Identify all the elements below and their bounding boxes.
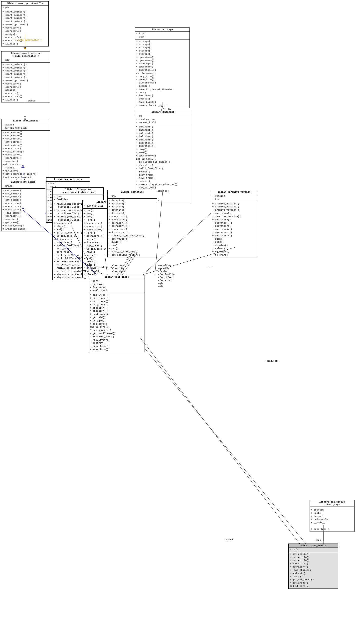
box-cat-etoile-bool-tags: libdar::cat_etoile::bool_tags + counted … (310, 500, 355, 532)
box-cat-etoile-bool-tags-methods: + counted + wrote + dumped + reduceable … (310, 508, 354, 532)
box-infinint: libdar::infinint - TG - used_endian - ze… (135, 110, 191, 203)
last-mod-label: -last_mod (112, 270, 124, 273)
etiquette-label: -etiquette (265, 360, 279, 362)
box-datetime-methods: + datetime() + datetime() + datetime() +… (108, 199, 157, 257)
box-cat-entree: libdar::cat_entree - xsaved - ENTREE_CRC… (1, 119, 50, 183)
box-cat-inode: libdar::cat_inode - perm - ea_saved - fs… (89, 275, 145, 352)
edit-label: -edit (207, 266, 214, 269)
box-cat-etoile-title: libdar::cat_etoile (289, 544, 338, 548)
box-smart-pointer-pile-attrs: - ptr (1, 58, 50, 63)
box-smart-pointer-t-attrs: - ptr (1, 5, 48, 10)
ea-label: -ea (87, 266, 91, 269)
box-cat-nomme-title: libdar::cat_nomme (1, 180, 45, 184)
box-cat-nomme-methods: + cat_nomme() + cat_nomme() + cat_nomme(… (1, 189, 45, 231)
box-cat-etoile-methods: + cat_etoile() + cat_etoile() + cat_etoi… (289, 552, 338, 589)
box-smart-pointer-t-title: libdar::smart_pointer< T > (1, 1, 48, 5)
box-infinint-title: libdar::infinint (135, 110, 191, 114)
pile-descriptor-label: < pile_descriptor > (15, 39, 42, 41)
ea-offset-label: -ea_offset (158, 264, 172, 267)
box-cat-entree-methods: + cat_entree() + cat_entree() + cat_entr… (1, 131, 50, 183)
box-cat-etoile-bool-tags-title: libdar::cat_etoile::bool_tags (310, 500, 354, 507)
box-archive-version-attrs: - version - fix (211, 194, 257, 202)
box-datetime-title: libdar::datetime (108, 190, 157, 194)
box-cat-inode-title: libdar::cat_inode (89, 275, 145, 279)
uid-label: -uid (158, 285, 164, 288)
box-cat-inode-methods: + cat_inode() + cat_inode() + cat_inode(… (89, 293, 145, 352)
last-acc-label: -last_acc (112, 264, 124, 267)
svg-marker-16 (24, 48, 26, 50)
box-storage-methods: + storage() + storage() + storage() + st… (135, 39, 189, 108)
box-archive-version-title: libdar::archive_version (211, 190, 257, 194)
box-cat-nomme-attrs: - xname (1, 184, 45, 189)
box-cat-etoile: libdar::cat_etoile - refs + cat_etoile()… (288, 544, 338, 589)
box-cat-inode-attrs: - perm - ea_saved - fsa_saved - small_re… (89, 279, 145, 293)
box-cat-entree-title: libdar::cat_entree (1, 119, 50, 123)
box-cat-nomme: libdar::cat_nomme - xname + cat_nomme() … (1, 180, 45, 231)
box-archive-version: libdar::archive_version - version - fix … (211, 190, 257, 257)
box-storage-title: libdar::storage (135, 28, 189, 32)
svg-line-11 (127, 327, 311, 550)
box-smart-pointer-pile-title: libdar::smart_pointer< pile_descriptor > (1, 51, 50, 58)
ea-size-label: -ea_size (158, 267, 169, 270)
box-cat-entree-attrs: - xsaved - ENTREE_CRC_SIZE (1, 123, 50, 131)
box-cat-etoile-attrs: - refs (289, 548, 338, 552)
fsa-families-label: -fsa_families (158, 273, 176, 276)
box-datetime: libdar::datetime - uni + datetime() + da… (107, 190, 157, 257)
gid-label: -gid (158, 282, 164, 285)
box-storage-attrs: - first - last (135, 32, 189, 39)
box-ea-attributs-title: libdar::ea_attributs (46, 178, 90, 182)
hosted-label: -hosted (223, 539, 233, 541)
diagram-container: libdar::smart_pointer< T > - ptr + smart… (0, 0, 364, 622)
box-archive-version-methods: + archive_version() + archive_version() … (211, 202, 257, 257)
fsa-offset-label: -fsa_offset (158, 276, 173, 279)
box-storage: libdar::storage - first - last + storage… (135, 27, 190, 108)
box-datetime-attrs: - uni (108, 194, 157, 199)
pdesc-label: -pdesc (27, 99, 35, 102)
empty-ea-label: -empty_ea (81, 269, 93, 272)
box-infinint-attrs: - TG - used_endian - zeroed_field (135, 114, 191, 125)
box-smart-pointer-pile-methods: + smart_pointer() + smart_pointer() + sm… (1, 63, 50, 102)
fsal-label: -fsal (97, 266, 104, 269)
box-fs-attr-list-title: libdar::filesystem_specific_attribute_li… (53, 188, 103, 194)
box-smart-pointer-pile: libdar::smart_pointer< pile_descriptor >… (1, 51, 50, 102)
svg-line-33 (140, 337, 300, 544)
last-cha-label: -last_cha (112, 267, 124, 270)
field-label: -field (158, 105, 166, 108)
tags-label: -tags (314, 539, 321, 542)
fs-dev-label: -fs_dev (158, 270, 168, 273)
val-label: -val (150, 184, 156, 187)
fsa-size-label: -fsa_size (158, 279, 170, 282)
